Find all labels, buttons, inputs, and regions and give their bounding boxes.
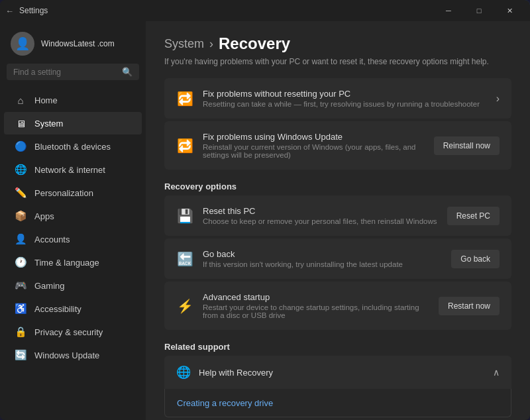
sidebar-item-personalization[interactable]: ✏️ Personalization [4, 182, 142, 204]
go-back-card: 🔙 Go back If this version isn't working,… [164, 238, 511, 279]
content-area: System › Recovery If you're having probl… [146, 21, 530, 420]
advanced-startup-text: Advanced startup Restart your device to … [203, 292, 429, 319]
fix-windows-update-text: Fix problems using Windows Update Reinst… [203, 132, 425, 159]
reset-pc-icon: 💾 [176, 208, 193, 224]
sidebar-item-label: Privacy & security [34, 327, 103, 337]
back-button[interactable]: ← [5, 6, 14, 16]
bluetooth-icon: 🔵 [15, 140, 26, 152]
privacy-icon: 🔒 [15, 326, 26, 338]
reinstall-now-action: Reinstall now [434, 136, 500, 155]
reset-pc-title: Reset this PC [203, 206, 438, 216]
fix-no-reset-desc: Resetting can take a while — first, try … [203, 100, 487, 108]
related-support-header[interactable]: 🌐 Help with Recovery ∧ [164, 356, 511, 389]
sidebar-item-label: Accounts [34, 235, 70, 244]
fix-no-reset-action: › [496, 93, 500, 105]
home-icon: ⌂ [15, 94, 26, 106]
fix-windows-update-card: 🔁 Fix problems using Windows Update Rein… [164, 121, 511, 170]
breadcrumb-separator: › [209, 37, 213, 51]
gaming-icon: 🎮 [15, 280, 26, 291]
creating-recovery-drive-link[interactable]: Creating a recovery drive [177, 398, 273, 408]
restart-now-action: Restart now [439, 297, 500, 315]
search-input[interactable] [13, 68, 118, 77]
sidebar-item-label: Network & internet [34, 165, 105, 175]
go-back-icon: 🔙 [176, 251, 193, 267]
close-button[interactable]: ✕ [494, 0, 525, 21]
go-back-desc: If this version isn't working, try unins… [203, 260, 442, 268]
sidebar-item-windowsupdate[interactable]: 🔄 Windows Update [4, 344, 142, 366]
accounts-icon: 👤 [15, 233, 26, 245]
apps-icon: 📦 [15, 210, 26, 222]
sidebar-item-time[interactable]: 🕐 Time & language [4, 251, 142, 274]
reset-pc-text: Reset this PC Choose to keep or remove y… [203, 206, 438, 225]
page-subtitle: If you're having problems with your PC o… [164, 57, 511, 66]
window-title: Settings [19, 6, 48, 15]
system-icon: 🖥 [15, 117, 26, 129]
sidebar-item-label: Windows Update [34, 350, 99, 360]
search-box[interactable]: 🔍 [7, 64, 139, 80]
sidebar-item-label: Home [34, 95, 58, 105]
sidebar-item-label: Apps [34, 211, 54, 221]
fix-windows-update-icon: 🔁 [176, 138, 193, 154]
reset-pc-desc: Choose to keep or remove your personal f… [203, 217, 438, 225]
related-support-section: 🌐 Help with Recovery ∧ Creating a recove… [164, 356, 511, 417]
sidebar-item-accessibility[interactable]: ♿ Accessibility [4, 297, 142, 320]
sidebar-item-bluetooth[interactable]: 🔵 Bluetooth & devices [4, 135, 142, 158]
fix-windows-update-desc: Reinstall your current version of Window… [203, 143, 425, 159]
advanced-startup-icon: ⚡ [176, 298, 193, 314]
related-support-header-left: 🌐 Help with Recovery [176, 365, 273, 380]
settings-window: ← Settings ─ □ ✕ 👤 WindowsLatest .com 🔍 … [0, 0, 530, 420]
fix-no-reset-card[interactable]: 🔁 Fix problems without resetting your PC… [164, 78, 511, 119]
advanced-startup-desc: Restart your device to change startup se… [203, 303, 429, 319]
breadcrumb: System › Recovery [164, 34, 511, 53]
fix-no-reset-title: Fix problems without resetting your PC [203, 89, 487, 99]
breadcrumb-current: Recovery [219, 34, 290, 53]
recovery-options-title: Recovery options [164, 182, 511, 191]
sidebar-item-network[interactable]: 🌐 Network & internet [4, 158, 142, 181]
fix-no-reset-icon: 🔁 [176, 91, 193, 107]
sidebar-item-apps[interactable]: 📦 Apps [4, 205, 142, 227]
nav-list: ⌂ Home 🖥 System 🔵 Bluetooth & devices 🌐 … [0, 85, 146, 420]
main-area: 👤 WindowsLatest .com 🔍 ⌂ Home 🖥 System [0, 21, 530, 420]
sidebar-item-accounts[interactable]: 👤 Accounts [4, 228, 142, 250]
reinstall-now-button[interactable]: Reinstall now [434, 136, 500, 155]
sidebar-item-home[interactable]: ⌂ Home [4, 89, 142, 111]
go-back-text: Go back If this version isn't working, t… [203, 249, 442, 268]
sidebar-item-label: Time & language [34, 258, 99, 268]
sidebar-item-system[interactable]: 🖥 System [4, 112, 142, 134]
windowsupdate-icon: 🔄 [15, 349, 26, 361]
breadcrumb-parent: System [164, 37, 204, 51]
go-back-button[interactable]: Go back [451, 250, 500, 268]
go-back-action: Go back [451, 250, 500, 268]
chevron-right-icon: › [496, 93, 500, 104]
sidebar-item-privacy[interactable]: 🔒 Privacy & security [4, 321, 142, 343]
sidebar-item-label: Personalization [34, 188, 93, 198]
network-icon: 🌐 [15, 164, 26, 176]
window-controls: ─ □ ✕ [433, 0, 525, 21]
avatar: 👤 [11, 32, 34, 56]
sidebar-item-label: Bluetooth & devices [34, 142, 111, 152]
chevron-up-icon: ∧ [493, 367, 500, 378]
related-support-label: Help with Recovery [199, 368, 273, 378]
reset-pc-action: Reset PC [447, 207, 500, 225]
user-section: 👤 WindowsLatest .com [0, 21, 146, 64]
sidebar-item-label: Accessibility [34, 304, 81, 314]
reset-pc-button[interactable]: Reset PC [447, 207, 500, 225]
titlebar: ← Settings ─ □ ✕ [0, 0, 530, 21]
advanced-startup-card: ⚡ Advanced startup Restart your device t… [164, 282, 511, 330]
related-support-title: Related support [164, 342, 511, 352]
maximize-button[interactable]: □ [464, 0, 494, 21]
time-icon: 🕐 [15, 256, 26, 268]
restart-now-button[interactable]: Restart now [439, 297, 500, 315]
personalization-icon: ✏️ [15, 187, 26, 199]
sidebar-item-label: Gaming [34, 281, 65, 291]
username: WindowsLatest .com [41, 39, 115, 48]
sidebar-item-gaming[interactable]: 🎮 Gaming [4, 274, 142, 297]
sidebar-item-label: System [34, 119, 63, 129]
fix-no-reset-text: Fix problems without resetting your PC R… [203, 89, 487, 108]
minimize-button[interactable]: ─ [433, 0, 464, 21]
accessibility-icon: ♿ [15, 303, 26, 315]
globe-icon: 🌐 [176, 365, 191, 380]
fix-windows-update-title: Fix problems using Windows Update [203, 132, 425, 142]
advanced-startup-title: Advanced startup [203, 292, 429, 302]
search-icon: 🔍 [122, 67, 132, 77]
